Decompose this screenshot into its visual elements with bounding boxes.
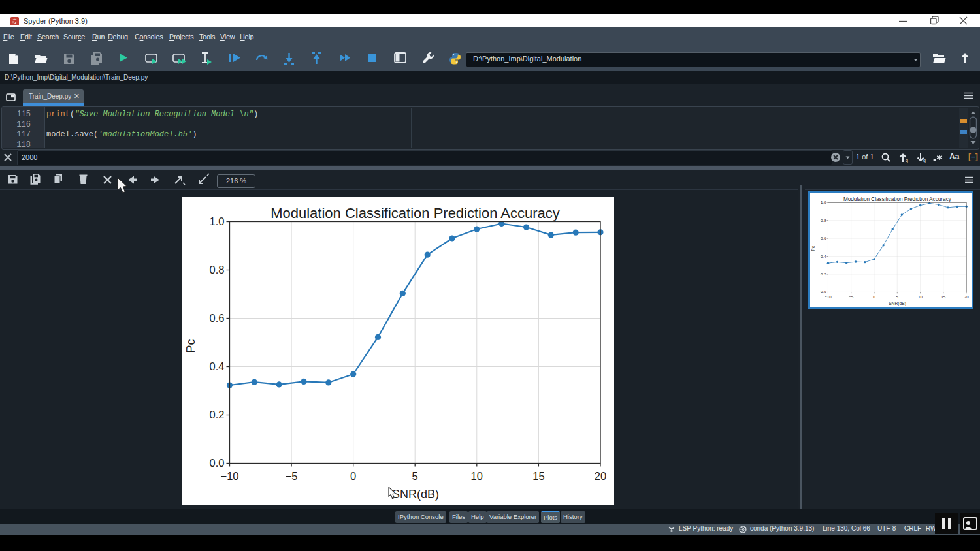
svg-text:15: 15 [941, 294, 945, 299]
svg-text:SNR(dB): SNR(dB) [392, 488, 439, 501]
svg-text:0.8: 0.8 [821, 218, 826, 223]
svg-text:20: 20 [595, 470, 606, 482]
svg-text:Pc: Pc [184, 339, 197, 353]
svg-text:1.0: 1.0 [210, 215, 225, 227]
svg-text:Pc: Pc [811, 245, 815, 251]
svg-text:0.4: 0.4 [210, 360, 225, 372]
svg-text:20: 20 [964, 294, 969, 299]
svg-text:0: 0 [350, 470, 356, 482]
svg-text:0.2: 0.2 [821, 272, 826, 276]
svg-text:q: q [906, 158, 908, 163]
svg-text:0.4: 0.4 [821, 254, 826, 259]
svg-text:0.0: 0.0 [210, 457, 225, 469]
svg-text:−10: −10 [825, 294, 832, 299]
svg-text:0.2: 0.2 [210, 409, 225, 420]
svg-text:10: 10 [471, 470, 483, 482]
svg-text:Modulation Classification Pred: Modulation Classification Prediction Acc… [270, 205, 560, 221]
svg-text:−10: −10 [221, 470, 239, 482]
svg-text:0.6: 0.6 [821, 236, 826, 240]
svg-text:1.0: 1.0 [821, 200, 826, 204]
svg-text:Modulation Classification Pred: Modulation Classification Prediction Acc… [843, 197, 952, 202]
svg-text:0.8: 0.8 [210, 264, 225, 276]
svg-text:−5: −5 [286, 470, 298, 482]
svg-text:10: 10 [918, 294, 923, 299]
svg-text:0: 0 [873, 294, 875, 299]
svg-text:5: 5 [412, 470, 418, 482]
svg-text:5: 5 [896, 294, 899, 299]
svg-text:15: 15 [532, 470, 544, 482]
svg-text:q: q [923, 158, 926, 163]
svg-text:0.0: 0.0 [821, 290, 826, 294]
svg-text:−5: −5 [849, 294, 854, 299]
svg-text:0.6: 0.6 [210, 312, 225, 324]
svg-text:SNR(dB): SNR(dB) [889, 301, 906, 306]
